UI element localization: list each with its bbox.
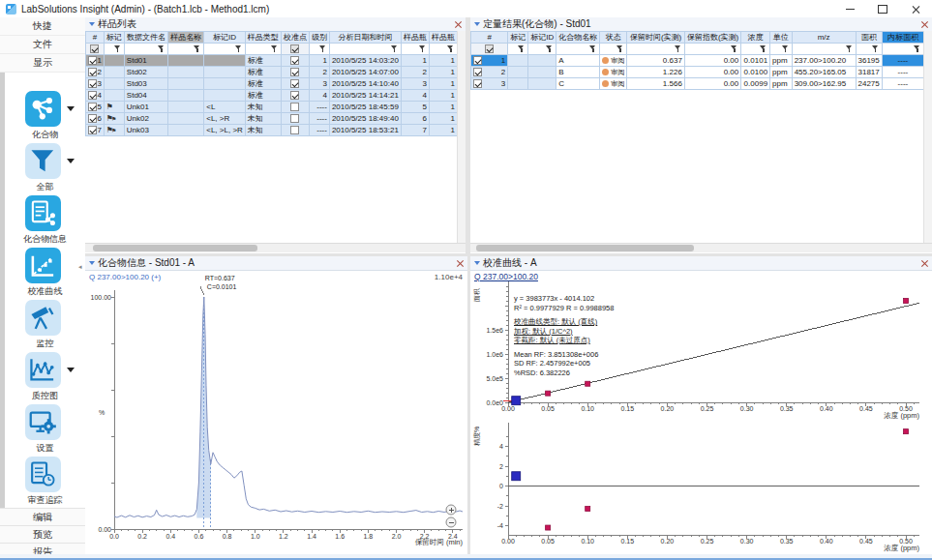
cell-compound[interactable]: B xyxy=(556,67,600,78)
cell-compound[interactable]: A xyxy=(556,55,600,67)
sidebar-tool-settings[interactable]: 设置 xyxy=(5,404,85,457)
sidebar-tool-calibration-curve[interactable]: 校准曲线 xyxy=(5,248,85,300)
cell-status[interactable]: 审阅 xyxy=(600,78,627,90)
close-button[interactable] xyxy=(899,0,932,17)
column-header-compound[interactable]: 化合物名称 xyxy=(556,32,600,44)
sidebar-collapse-arrow[interactable]: ◂ xyxy=(78,263,82,271)
cell-file[interactable]: Unk03 xyxy=(124,125,167,136)
cell-unit[interactable]: ppm xyxy=(770,55,793,67)
cell-name[interactable] xyxy=(168,67,204,78)
panel-close-icon[interactable] xyxy=(455,21,462,28)
filter-cell-id[interactable] xyxy=(204,44,246,55)
cell-mz[interactable]: 237.00>100.20 xyxy=(792,55,856,67)
filter-checkbox-cell[interactable] xyxy=(471,44,508,55)
minimize-button[interactable] xyxy=(833,0,866,17)
filter-checkbox-cell[interactable] xyxy=(86,44,105,55)
column-header-conc[interactable]: 浓度 xyxy=(741,32,770,44)
row-checkbox[interactable] xyxy=(473,56,482,65)
filter-funnel-icon[interactable] xyxy=(781,44,790,52)
filter-cell-rt[interactable] xyxy=(627,44,685,55)
cell-rt[interactable]: 1.566 xyxy=(627,78,685,90)
cell-file[interactable]: Std04 xyxy=(124,90,167,102)
cell-id[interactable] xyxy=(204,78,246,90)
cell-area[interactable]: 24275 xyxy=(856,78,882,90)
cell-datetime[interactable]: 2010/5/25 14:10:40 xyxy=(329,78,401,90)
dropdown-arrow-icon[interactable] xyxy=(67,106,75,111)
cell-is_area[interactable]: ---- xyxy=(882,78,923,90)
curve-type-link[interactable]: 校准曲线类型: 默认 (直线) xyxy=(514,317,614,327)
cell-num[interactable]: 3 xyxy=(86,78,105,90)
residual-point[interactable] xyxy=(512,472,521,481)
filter-funnel-icon[interactable] xyxy=(545,44,554,52)
cell-num[interactable]: 6 xyxy=(86,113,105,125)
cell-flag[interactable]: ⚑⚑ xyxy=(104,113,124,125)
row-checkbox[interactable] xyxy=(88,56,97,65)
sidebar-tab-2[interactable]: 显示 xyxy=(0,54,85,73)
column-header-cal[interactable]: 校准点 xyxy=(281,32,309,44)
cell-level[interactable]: ---- xyxy=(309,125,329,136)
cell-tray[interactable]: 1 xyxy=(429,90,457,102)
column-header-id[interactable]: 标记ID xyxy=(528,32,556,44)
row-checkbox[interactable] xyxy=(473,79,482,88)
column-header-level[interactable]: 级别 xyxy=(309,32,329,44)
cell-id[interactable] xyxy=(204,55,246,67)
zoom-out-button[interactable] xyxy=(446,517,456,527)
filter-cell-mz[interactable] xyxy=(792,44,856,55)
cell-num[interactable]: 3 xyxy=(471,78,508,90)
filter-cell-type[interactable] xyxy=(245,44,281,55)
cell-datetime[interactable]: 2010/5/25 14:07:00 xyxy=(329,67,401,78)
cell-vial[interactable]: 7 xyxy=(401,125,429,136)
cell-id[interactable] xyxy=(204,67,246,78)
scrollbar-thumb[interactable] xyxy=(93,245,257,251)
cell-flag[interactable]: ⚑ xyxy=(104,102,124,113)
calibration-point-checkbox[interactable] xyxy=(290,68,299,76)
cell-file[interactable]: Std01 xyxy=(124,55,167,67)
filter-checkbox-cell[interactable] xyxy=(281,44,309,55)
sidebar-bottom-tab-0[interactable]: 编辑 xyxy=(0,508,85,525)
cell-is_area[interactable]: ---- xyxy=(882,55,923,67)
panel-close-icon[interactable] xyxy=(457,260,464,267)
cell-file[interactable]: Unk01 xyxy=(124,102,167,113)
column-header-ri[interactable]: 保留指数(实测) xyxy=(684,32,740,44)
column-header-id[interactable]: 标记ID xyxy=(204,32,246,44)
panel-collapse-icon[interactable] xyxy=(474,261,480,265)
cell-mz[interactable]: 455.20>165.05 xyxy=(792,67,856,78)
cell-vial[interactable]: 5 xyxy=(401,102,429,113)
cell-num[interactable]: 1 xyxy=(86,55,105,67)
cell-name[interactable] xyxy=(168,125,204,136)
cell-datetime[interactable]: 2010/5/25 18:49:40 xyxy=(329,113,401,125)
sidebar-tool-all[interactable]: 全部 xyxy=(5,143,85,195)
panel-close-icon[interactable] xyxy=(921,21,928,28)
maximize-button[interactable] xyxy=(866,0,899,17)
filter-funnel-icon[interactable] xyxy=(113,44,122,52)
cell-type[interactable]: 未知 xyxy=(245,113,281,125)
cell-id[interactable]: <L, >R xyxy=(204,113,246,125)
cell-file[interactable]: Std03 xyxy=(124,78,167,90)
cell-cal[interactable] xyxy=(281,90,309,102)
cell-file[interactable]: Std02 xyxy=(124,67,167,78)
cell-unit[interactable]: ppm xyxy=(770,78,793,90)
cell-type[interactable]: 标准 xyxy=(245,67,281,78)
calibration-point-checkbox[interactable] xyxy=(290,91,299,100)
cell-level[interactable]: 1 xyxy=(309,55,329,67)
filter-cell-flag[interactable] xyxy=(104,44,124,55)
filter-funnel-icon[interactable] xyxy=(157,44,165,52)
sidebar-tool-monitor[interactable]: 监控 xyxy=(5,300,85,352)
sidebar-tab-1[interactable]: 文件 xyxy=(0,36,85,54)
filter-cell-tray[interactable] xyxy=(429,44,457,55)
cell-tray[interactable]: 1 xyxy=(429,78,457,90)
cell-level[interactable]: ---- xyxy=(309,102,329,113)
calibration-point-checkbox[interactable] xyxy=(290,114,299,123)
cell-num[interactable]: 2 xyxy=(86,67,105,78)
cell-area[interactable]: 31817 xyxy=(856,67,882,78)
sidebar-tool-compound-info[interactable]: 化合物信息 xyxy=(5,195,85,248)
filter-funnel-icon[interactable] xyxy=(270,44,279,52)
sample-vscrollbar[interactable] xyxy=(457,31,466,244)
quant-hscrollbar[interactable] xyxy=(470,243,932,252)
row-checkbox[interactable] xyxy=(88,114,97,123)
cell-rt[interactable]: 0.637 xyxy=(627,55,685,67)
filter-checkbox[interactable] xyxy=(485,44,494,53)
cell-is_area[interactable]: ---- xyxy=(882,67,923,78)
cell-cal[interactable] xyxy=(281,125,309,136)
row-checkbox[interactable] xyxy=(88,79,97,88)
